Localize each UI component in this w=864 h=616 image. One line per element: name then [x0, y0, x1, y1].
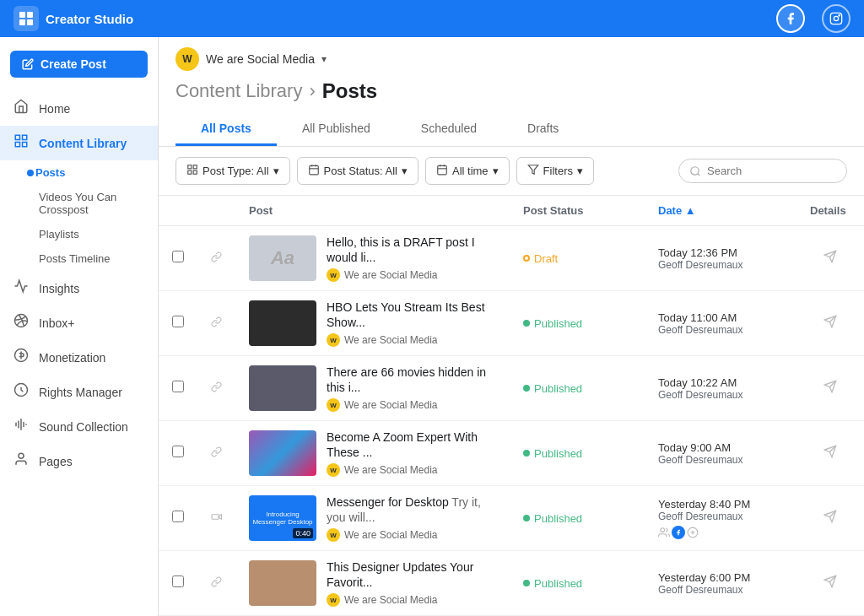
status-cell: Published: [510, 486, 645, 551]
sidebar-sub-item-playlists[interactable]: Playlists: [0, 222, 158, 246]
post-cell: Become A Zoom Expert With These ... W We…: [235, 421, 510, 486]
sidebar-item-rights-manager[interactable]: Rights Manager: [0, 375, 158, 409]
all-time-filter[interactable]: All time ▾: [425, 157, 510, 185]
sidebar-item-insights[interactable]: Insights: [0, 271, 158, 305]
home-icon: [12, 99, 30, 118]
sidebar-sub-item-posts[interactable]: Posts: [0, 160, 158, 185]
breadcrumb: Content Library › Posts: [176, 79, 847, 103]
content-library-icon: [12, 133, 30, 153]
sidebar-sub-item-posts-timeline[interactable]: Posts Timeline: [0, 246, 158, 271]
filters-icon: [527, 164, 539, 178]
sidebar-item-content-library[interactable]: Content Library: [0, 126, 158, 160]
posts-table: Post Post Status Date ▲ Details Aa Hello…: [159, 196, 864, 616]
sidebar: Create Post Home Content Library: [0, 37, 159, 616]
row-type-icon: [197, 486, 235, 551]
post-cell: Aa Hello, this is a DRAFT post I would l…: [235, 226, 510, 291]
content-area: W We are Social Media ▾ Content Library …: [159, 37, 864, 616]
post-thumbnail: [249, 300, 316, 346]
sidebar-item-sound-collection[interactable]: Sound Collection: [0, 409, 158, 444]
post-date: Yesterday 6:00 PM: [658, 571, 783, 584]
tab-drafts[interactable]: Drafts: [502, 113, 584, 146]
post-info: HBO Lets You Stream Its Best Show... W W…: [327, 300, 496, 347]
post-title: Hello, this is a DRAFT post I would li..…: [327, 235, 496, 265]
top-navigation: Creator Studio: [0, 0, 864, 37]
svg-point-19: [19, 453, 24, 458]
post-type-label: Post Type: All: [202, 165, 269, 177]
post-date: Yesterday 8:40 PM: [658, 498, 783, 511]
facebook-tab[interactable]: [776, 4, 805, 33]
search-input[interactable]: [707, 165, 834, 177]
account-selector[interactable]: W We are Social Media ▾: [176, 47, 847, 71]
post-account-avatar: W: [327, 593, 340, 607]
col-date[interactable]: Date ▲: [645, 196, 796, 226]
row-checkbox[interactable]: [159, 486, 197, 551]
inbox-icon: [12, 313, 30, 332]
post-thumbnail: [249, 430, 316, 476]
post-account: W We are Social Media: [327, 593, 496, 607]
extra-icons: [658, 526, 783, 539]
checkbox-input[interactable]: [172, 575, 184, 587]
sub-item-posts-timeline-label: Posts Timeline: [39, 252, 111, 265]
date-cell: Today 12:36 PM Geoff Desreumaux: [645, 226, 796, 291]
instagram-tab[interactable]: [822, 4, 850, 33]
details-cell[interactable]: [796, 551, 864, 616]
sidebar-item-inbox[interactable]: Inbox+: [0, 305, 158, 340]
row-checkbox[interactable]: [159, 421, 197, 486]
status-cell: Published: [510, 551, 645, 616]
tab-all-posts[interactable]: All Posts: [176, 113, 277, 146]
details-cell[interactable]: [796, 421, 864, 486]
breadcrumb-arrow: ›: [309, 80, 315, 102]
platform-icons: [776, 4, 850, 33]
sidebar-item-home[interactable]: Home: [0, 91, 158, 126]
sidebar-item-pages[interactable]: Pages: [0, 444, 158, 478]
create-post-button[interactable]: Create Post: [10, 51, 148, 78]
details-cell[interactable]: [796, 226, 864, 291]
row-checkbox[interactable]: [159, 226, 197, 291]
post-info: Hello, this is a DRAFT post I would li..…: [327, 235, 496, 282]
post-info: Become A Zoom Expert With These ... W We…: [327, 430, 496, 477]
details-cell[interactable]: [796, 291, 864, 356]
details-cell[interactable]: [796, 486, 864, 551]
row-checkbox[interactable]: [159, 551, 197, 616]
sub-item-videos-label: Videos You Can Crosspost: [39, 191, 116, 216]
svg-rect-3: [27, 19, 33, 25]
details-cell[interactable]: [796, 356, 864, 421]
checkbox-input[interactable]: [172, 381, 184, 392]
col-post: Post: [235, 196, 510, 226]
post-cell: This Designer Updates Your Favorit... W …: [235, 551, 510, 616]
tab-all-published[interactable]: All Published: [277, 113, 396, 146]
svg-point-5: [834, 16, 838, 20]
post-author: Geoff Desreumaux: [658, 259, 783, 271]
status-cell: Draft: [510, 226, 645, 291]
post-info: Messenger for Desktop Try it, you will..…: [327, 494, 496, 542]
tab-all-published-label: All Published: [302, 122, 370, 135]
sidebar-sub-item-videos-crosspost[interactable]: Videos You Can Crosspost: [0, 185, 158, 222]
brand: Creator Studio: [14, 6, 133, 31]
search-box[interactable]: [678, 159, 847, 183]
post-cell: IntroducingMessenger Desktop 0:40 Messen…: [235, 486, 510, 551]
checkbox-input[interactable]: [172, 316, 184, 327]
checkbox-input[interactable]: [172, 511, 184, 522]
filters-button[interactable]: Filters ▾: [516, 157, 594, 185]
account-dropdown-icon[interactable]: ▾: [321, 53, 327, 65]
checkbox-input[interactable]: [172, 446, 184, 457]
active-dot: [27, 170, 34, 176]
checkbox-input[interactable]: [172, 251, 184, 262]
post-status-chevron: ▾: [402, 165, 408, 177]
post-thumbnail: Aa: [249, 235, 316, 281]
post-type-filter[interactable]: Post Type: All ▾: [176, 157, 290, 185]
row-checkbox[interactable]: [159, 291, 197, 356]
post-author: Geoff Desreumaux: [658, 324, 783, 336]
sidebar-item-monetization[interactable]: Monetization: [0, 340, 158, 375]
date-cell: Today 10:22 AM Geoff Desreumaux: [645, 356, 796, 421]
post-account: W We are Social Media: [327, 268, 496, 282]
row-type-icon: [197, 291, 235, 356]
table-row: This Designer Updates Your Favorit... W …: [159, 551, 864, 616]
post-author: Geoff Desreumaux: [658, 454, 783, 466]
svg-point-45: [661, 527, 665, 532]
row-checkbox[interactable]: [159, 356, 197, 421]
post-type-chevron: ▾: [273, 165, 279, 177]
tab-scheduled[interactable]: Scheduled: [396, 113, 502, 146]
post-account-avatar: W: [327, 463, 340, 477]
post-status-filter[interactable]: Post Status: All ▾: [297, 157, 418, 185]
